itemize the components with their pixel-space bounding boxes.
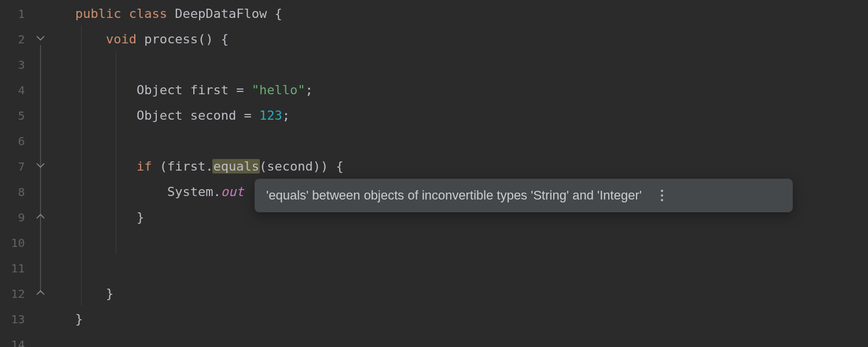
keyword: if xyxy=(137,159,152,174)
semicolon: ; xyxy=(305,83,312,97)
field-ref: out xyxy=(221,184,244,199)
line-number: 7 xyxy=(0,154,32,179)
brace: } xyxy=(137,210,144,224)
type: Object xyxy=(137,83,182,97)
code-line[interactable] xyxy=(75,52,868,77)
inspection-message: 'equals' between objects of inconvertibl… xyxy=(266,187,642,204)
parens: () xyxy=(198,32,214,46)
variable: second xyxy=(190,108,236,123)
variable: first xyxy=(190,83,229,97)
fold-close-icon[interactable] xyxy=(36,213,45,221)
code-area[interactable]: public class DeepDataFlow { void process… xyxy=(49,0,868,347)
more-actions-icon[interactable] xyxy=(656,187,668,204)
code-line[interactable]: void process() { xyxy=(75,27,868,52)
code-line[interactable]: Object second = 123; xyxy=(75,103,868,128)
code-line[interactable] xyxy=(75,230,868,256)
inspection-tooltip[interactable]: 'equals' between objects of inconvertibl… xyxy=(255,179,793,212)
line-number: 4 xyxy=(0,77,32,103)
operator: = xyxy=(236,108,259,123)
number-literal: 123 xyxy=(259,108,282,123)
variable: first xyxy=(167,159,205,174)
fold-close-icon[interactable] xyxy=(36,289,45,297)
line-number: 6 xyxy=(0,128,32,154)
brace: { xyxy=(221,32,229,46)
dot: . xyxy=(213,184,220,199)
line-number: 14 xyxy=(0,332,32,347)
method-name: process xyxy=(144,32,198,46)
line-number: 8 xyxy=(0,179,32,205)
fold-toggle-icon[interactable] xyxy=(36,162,45,170)
line-number: 1 xyxy=(0,1,32,27)
operator: = xyxy=(229,83,252,97)
semicolon: ; xyxy=(282,108,290,123)
line-number: 9 xyxy=(0,205,32,230)
keyword: class xyxy=(129,6,167,21)
line-number: 12 xyxy=(0,281,32,307)
code-line[interactable]: Object first = "hello"; xyxy=(75,77,868,103)
code-line[interactable] xyxy=(75,128,868,154)
brace: } xyxy=(75,312,83,326)
type: Object xyxy=(137,108,182,123)
brace: { xyxy=(328,159,344,174)
highlighted-method-call[interactable]: equals xyxy=(212,159,259,174)
line-number: 5 xyxy=(0,103,32,128)
string-literal: "hello" xyxy=(252,83,306,97)
code-line[interactable]: if (first.equals(second)) { xyxy=(75,154,868,179)
line-number: 2 xyxy=(0,27,32,52)
paren: ( xyxy=(152,159,167,174)
class-name: DeepDataFlow xyxy=(175,6,267,21)
fold-toggle-icon[interactable] xyxy=(36,35,45,43)
code-line[interactable] xyxy=(75,332,868,347)
brace: } xyxy=(106,286,113,301)
line-number-gutter: 1 2 3 4 5 6 7 8 9 10 11 12 13 14 xyxy=(0,0,32,347)
code-line[interactable]: } xyxy=(75,307,868,332)
code-line[interactable]: } xyxy=(75,281,868,307)
code-editor[interactable]: 1 2 3 4 5 6 7 8 9 10 11 12 13 14 xyxy=(0,0,868,347)
brace: { xyxy=(274,6,282,21)
args: (second)) xyxy=(259,159,328,174)
code-line[interactable] xyxy=(75,256,868,281)
fold-gutter xyxy=(32,0,49,347)
code-line[interactable]: public class DeepDataFlow { xyxy=(75,1,868,27)
keyword: public xyxy=(75,6,121,21)
class-ref: System xyxy=(167,184,213,199)
keyword: void xyxy=(106,32,137,46)
line-number: 3 xyxy=(0,52,32,77)
line-number: 10 xyxy=(0,230,32,256)
line-number: 13 xyxy=(0,307,32,332)
line-number: 11 xyxy=(0,256,32,281)
